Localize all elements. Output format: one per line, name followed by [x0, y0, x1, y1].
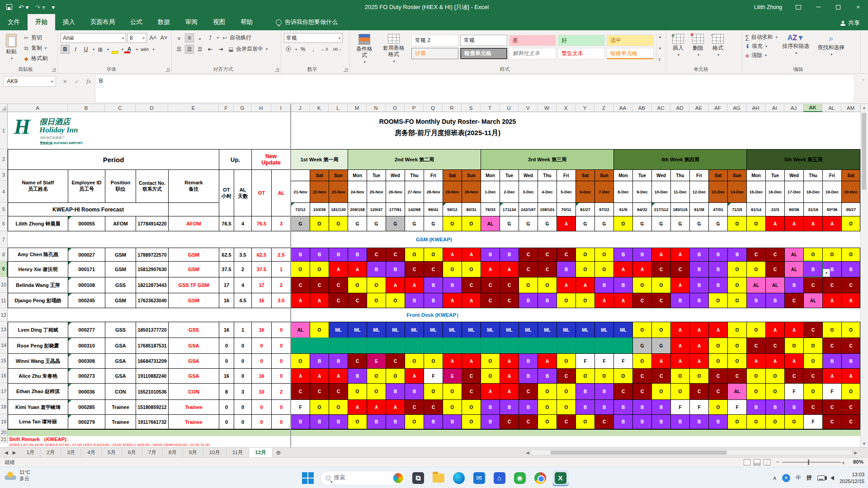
cell-style-计算[interactable]: 计算 [411, 48, 458, 59]
column-header-AJ[interactable]: AJ [784, 104, 803, 112]
al-days[interactable]: 0 [234, 368, 251, 383]
column-header-I[interactable]: I [271, 104, 291, 112]
menu-tab-页面布局[interactable]: 页面布局 [83, 14, 123, 30]
remark[interactable]: Trainee [168, 414, 219, 429]
duty-cell-K8[interactable]: B [310, 248, 329, 261]
font-dialog-launcher[interactable] [165, 68, 170, 72]
row-header-6[interactable]: 6 [0, 216, 8, 231]
duty-cell-X10[interactable]: A [557, 277, 576, 293]
column-header-M[interactable]: M [348, 104, 367, 112]
sheet-nav-left-icon[interactable]: ◀ [5, 450, 8, 455]
duty-cell-AF6[interactable]: G [708, 216, 727, 231]
row-header-17[interactable]: 17 [0, 383, 8, 399]
column-header-AG[interactable]: AG [727, 104, 746, 112]
duty-cell-T19[interactable]: B [481, 414, 500, 429]
duty-cell-Y11[interactable]: O [576, 293, 594, 308]
row-header-14[interactable]: 14 [0, 338, 8, 353]
sheet-tab-7月[interactable]: 7月 [142, 448, 163, 457]
duty-cell-AC11[interactable]: C [651, 293, 670, 308]
duty-cell-AJ14[interactable]: O [784, 338, 803, 353]
merge-center-button[interactable]: ⬓合并后居中▾ [226, 44, 269, 54]
duty-cell-J8[interactable]: B [291, 248, 310, 261]
sheet-tab-4月[interactable]: 4月 [81, 448, 102, 457]
duty-cell-AK11[interactable]: AL [803, 293, 822, 308]
duty-cell-AH11[interactable]: B [746, 293, 765, 308]
duty-cell-AI14[interactable]: C [765, 338, 784, 353]
duty-cell-AJ9[interactable]: AL [784, 261, 803, 277]
duty-cell-K16[interactable]: A [310, 368, 329, 383]
duty-cell-AF10[interactable]: B [708, 277, 727, 293]
duty-cell-AF9[interactable]: B [708, 261, 727, 277]
al-new[interactable]: 0 [271, 322, 291, 338]
taskbar-app-mail[interactable]: ✉ [471, 470, 487, 486]
al-days[interactable]: 4.5 [234, 293, 251, 308]
row-header-8[interactable]: 8 [0, 248, 8, 261]
column-header-F[interactable]: F [219, 104, 234, 112]
duty-cell-Z15[interactable]: F [594, 353, 613, 368]
sheet-nav-right-icon[interactable]: ▶ [13, 450, 16, 455]
duty-cell-Q19[interactable]: B [424, 414, 443, 429]
duty-cell-AG10[interactable]: O [727, 277, 746, 293]
duty-cell-X14[interactable] [557, 338, 576, 353]
duty-cell-L16[interactable]: A [329, 368, 348, 383]
staff-name[interactable]: Belinda Wang 王萍 [8, 277, 68, 293]
duty-cell-N11[interactable]: O [367, 293, 386, 308]
duty-cell-M10[interactable]: O [348, 277, 367, 293]
al-new[interactable]: 0 [271, 353, 291, 368]
remark[interactable]: GSM [168, 293, 219, 308]
employee-id[interactable]: 000310 [68, 338, 105, 353]
duty-cell-AM10[interactable]: C [841, 277, 860, 293]
align-left-icon[interactable]: ☰ [175, 45, 184, 54]
align-bottom-icon[interactable]: ⌄ [195, 33, 204, 42]
duty-cell-Q6[interactable]: G [424, 216, 443, 231]
duty-cell-X19[interactable]: C [557, 414, 576, 429]
duty-cell-R11[interactable]: A [443, 293, 462, 308]
share-button[interactable]: 共享 [840, 19, 860, 27]
staff-name[interactable]: Lena Tan 谭玲丽 [8, 414, 68, 429]
underline-button[interactable]: U [81, 45, 90, 54]
wrap-text-button[interactable]: ↩自动换行 [220, 33, 253, 42]
duty-cell-V6[interactable]: G [519, 216, 538, 231]
al-new[interactable]: 0 [271, 368, 291, 383]
al-new[interactable]: 2.5 [271, 248, 291, 261]
duty-cell-AL13[interactable]: O [822, 322, 841, 338]
duty-cell-T9[interactable]: A [481, 261, 500, 277]
ot-new[interactable]: 0 [251, 353, 271, 368]
format-cells-button[interactable]: ↔ 格式▾ [709, 32, 727, 60]
employee-id[interactable]: 000036 [68, 383, 105, 399]
duty-cell-Q18[interactable]: C [424, 399, 443, 414]
duty-cell-P11[interactable]: B [405, 293, 424, 308]
duty-cell-R19[interactable]: B [443, 414, 462, 429]
remark[interactable]: AFOM [168, 216, 219, 231]
duty-cell-O8[interactable]: C [386, 248, 405, 261]
duty-cell-M6[interactable]: G [348, 216, 367, 231]
duty-cell-AB19[interactable]: B [632, 414, 651, 429]
contact-no[interactable]: 17623623040 [136, 293, 168, 308]
duty-cell-Z14[interactable] [594, 338, 613, 353]
duty-cell-R8[interactable]: A [443, 248, 462, 261]
decrease-font-icon[interactable]: A˅ [159, 33, 169, 42]
duty-cell-AG9[interactable]: O [727, 261, 746, 277]
duty-cell-AB10[interactable]: O [632, 277, 651, 293]
duty-cell-Y6[interactable]: G [576, 216, 594, 231]
remark[interactable]: CON [168, 383, 219, 399]
duty-cell-Q15[interactable]: O [424, 353, 443, 368]
menu-tab-文件[interactable]: 文件 [0, 14, 28, 30]
row-header-9[interactable]: 9 [0, 261, 8, 277]
enter-icon[interactable]: ✓ [71, 76, 82, 87]
duty-cell-L13[interactable]: ML [329, 322, 348, 338]
taskbar-search[interactable]: 搜索 [320, 471, 406, 485]
duty-cell-AK8[interactable]: O [803, 248, 822, 261]
duty-cell-K14[interactable] [310, 338, 329, 353]
al-days[interactable]: 0 [234, 399, 251, 414]
duty-cell-AK13[interactable]: C [803, 322, 822, 338]
duty-cell-AK16[interactable]: C [803, 368, 822, 383]
duty-cell-AB16[interactable]: C [632, 368, 651, 383]
duty-cell-AF16[interactable]: C [708, 368, 727, 383]
duty-cell-AD10[interactable]: A [670, 277, 689, 293]
duty-cell-T14[interactable] [481, 338, 500, 353]
duty-cell-AA13[interactable]: ML [613, 322, 632, 338]
duty-cell-N10[interactable]: O [367, 277, 386, 293]
row-header-13[interactable]: 13 [0, 322, 8, 338]
duty-cell-Y10[interactable]: A [576, 277, 594, 293]
